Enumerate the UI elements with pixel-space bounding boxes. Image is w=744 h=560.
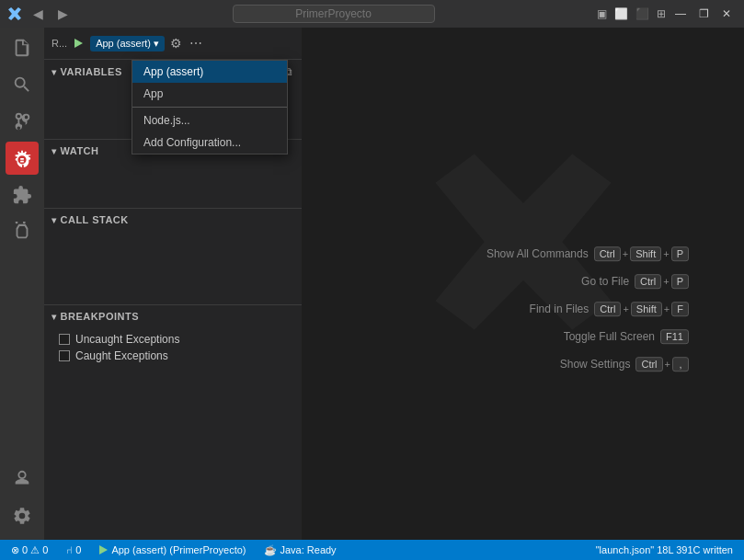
shortcut-settings-keys: Ctrl + ,	[635, 357, 689, 371]
dropdown-arrow-icon: ▾	[154, 38, 159, 50]
breakpoints-section: ▾ BREAKPOINTS Uncaught Exceptions Caught…	[44, 305, 302, 540]
run-icon	[74, 39, 83, 48]
breakpoints-body: Uncaught Exceptions Caught Exceptions	[44, 327, 302, 368]
main-layout: R... App (assert) ▾ ⚙ ⋯ App (assert) App…	[0, 28, 744, 540]
activity-test[interactable]	[6, 215, 39, 248]
gear-button[interactable]: ⚙	[168, 34, 184, 52]
activity-search[interactable]	[6, 68, 39, 101]
git-icon: ⑁	[66, 544, 73, 555]
kbd-plus-1: +	[623, 248, 628, 259]
activity-account[interactable]	[6, 463, 39, 496]
breakpoint-caught: Caught Exceptions	[44, 348, 302, 364]
shortcut-fullscreen-label: Toggle Full Screen	[564, 330, 655, 343]
dropdown-item-app[interactable]: App	[132, 83, 287, 105]
kbd-ctrl-4: Ctrl	[635, 357, 662, 371]
shortcut-fullscreen: Toggle Full Screen F11	[486, 329, 689, 344]
variables-chevron-icon: ▾	[52, 67, 57, 77]
activity-bar	[0, 28, 44, 540]
status-git[interactable]: ⑁ 0	[63, 544, 85, 555]
titlebar-center: 🔍	[72, 5, 595, 23]
close-button[interactable]: ✕	[716, 6, 737, 22]
shortcut-find-keys: Ctrl + Shift + F	[594, 302, 689, 316]
kbd-ctrl: Ctrl	[594, 246, 621, 261]
editor-area: Show All Commands Ctrl + Shift + P Go to…	[302, 28, 744, 540]
dropdown-divider	[132, 107, 287, 108]
git-count: 0	[75, 544, 81, 555]
run-label: App (assert) (PrimerProyecto)	[111, 544, 246, 555]
kbd-comma: ,	[672, 357, 689, 371]
activity-explorer[interactable]	[6, 31, 39, 64]
activity-extensions[interactable]	[6, 178, 39, 211]
status-file-info[interactable]: "launch.json" 18L 391C written	[592, 544, 737, 555]
back-button[interactable]: ◀	[29, 5, 47, 23]
breakpoints-chevron-icon: ▾	[52, 312, 57, 322]
uncaught-label: Uncaught Exceptions	[75, 333, 179, 346]
config-label: App (assert)	[96, 38, 151, 49]
forward-button[interactable]: ▶	[54, 5, 72, 23]
shortcut-show-all-keys: Ctrl + Shift + P	[594, 246, 689, 261]
shortcuts-panel: Show All Commands Ctrl + Shift + P Go to…	[486, 246, 689, 371]
watch-chevron-icon: ▾	[52, 146, 57, 156]
callstack-chevron-icon: ▾	[52, 215, 57, 225]
callstack-title-wrap: ▾ CALL STACK	[52, 214, 129, 225]
debug-title: R...	[52, 38, 67, 49]
kbd-f11: F11	[660, 329, 689, 344]
config-dropdown-menu: App (assert) App Node.js... Add Configur…	[132, 60, 288, 154]
dropdown-item-app-assert[interactable]: App (assert)	[132, 61, 287, 83]
breakpoint-uncaught: Uncaught Exceptions	[44, 331, 302, 348]
maximize-button[interactable]: ❐	[693, 6, 715, 22]
shortcut-show-all-commands: Show All Commands Ctrl + Shift + P	[486, 246, 689, 261]
kbd-p-1: P	[671, 246, 689, 261]
kbd-p-2: P	[671, 274, 689, 289]
watch-body	[44, 162, 302, 208]
titlebar-right: ▣ ⬜ ⬛ ⊞ — ❐ ✕	[595, 6, 737, 22]
activity-git[interactable]	[6, 105, 39, 138]
activity-settings[interactable]	[6, 499, 39, 532]
breakpoints-header[interactable]: ▾ BREAKPOINTS	[44, 305, 302, 327]
search-input[interactable]	[233, 5, 435, 23]
status-errors[interactable]: ⊗ 0 ⚠ 0	[7, 544, 52, 556]
layout-btn-2[interactable]: ⬜	[612, 6, 630, 22]
callstack-header[interactable]: ▾ CALL STACK	[44, 209, 302, 231]
uncaught-checkbox[interactable]	[59, 334, 70, 345]
java-label: Java: Ready	[280, 544, 336, 555]
more-button[interactable]: ⋯	[188, 34, 204, 52]
file-info-label: "launch.json" 18L 391C written	[596, 544, 733, 555]
kbd-plus-4: +	[623, 303, 628, 314]
status-run[interactable]: App (assert) (PrimerProyecto)	[96, 544, 249, 555]
activity-bottom	[6, 463, 39, 540]
sidebar: R... App (assert) ▾ ⚙ ⋯ App (assert) App…	[44, 28, 302, 540]
caught-label: Caught Exceptions	[75, 349, 168, 362]
callstack-label: CALL STACK	[61, 214, 129, 225]
search-bar-wrap: 🔍	[233, 5, 435, 23]
shortcut-go-to-file: Go to File Ctrl + P	[486, 274, 689, 289]
caught-checkbox[interactable]	[59, 350, 70, 361]
dropdown-item-add-config[interactable]: Add Configuration...	[132, 131, 287, 154]
breakpoints-title-wrap: ▾ BREAKPOINTS	[52, 311, 139, 322]
shortcut-settings: Show Settings Ctrl + ,	[486, 357, 689, 371]
kbd-plus-2: +	[663, 248, 669, 259]
watch-title-wrap: ▾ WATCH	[52, 145, 99, 156]
dropdown-item-nodejs[interactable]: Node.js...	[132, 109, 287, 131]
kbd-plus-3: +	[663, 276, 669, 287]
layout-btn-1[interactable]: ▣	[595, 6, 609, 22]
layout-btn-3[interactable]: ⬛	[634, 6, 651, 22]
minimize-button[interactable]: —	[670, 6, 692, 22]
titlebar: ◀ ▶ 🔍 ▣ ⬜ ⬛ ⊞ — ❐ ✕	[0, 0, 744, 28]
shortcut-go-to-keys: Ctrl + P	[635, 274, 689, 289]
config-dropdown-button[interactable]: App (assert) ▾	[90, 36, 165, 51]
watch-label: WATCH	[61, 145, 99, 156]
status-java[interactable]: ☕ Java: Ready	[260, 544, 339, 556]
warning-icon: ⚠	[30, 544, 40, 556]
breakpoints-label: BREAKPOINTS	[61, 311, 140, 322]
debug-toolbar: R... App (assert) ▾ ⚙ ⋯	[44, 28, 302, 60]
vscode-logo-icon	[7, 6, 22, 21]
callstack-section: ▾ CALL STACK	[44, 209, 302, 305]
layout-btn-4[interactable]: ⊞	[655, 6, 668, 22]
statusbar: ⊗ 0 ⚠ 0 ⑁ 0 App (assert) (PrimerProyecto…	[0, 540, 744, 560]
run-status-icon	[99, 545, 108, 554]
shortcut-find-in-files: Find in Files Ctrl + Shift + F	[486, 302, 689, 316]
shortcut-go-to-label: Go to File	[581, 275, 629, 288]
activity-debug[interactable]	[6, 142, 39, 175]
shortcut-find-label: Find in Files	[530, 303, 589, 315]
